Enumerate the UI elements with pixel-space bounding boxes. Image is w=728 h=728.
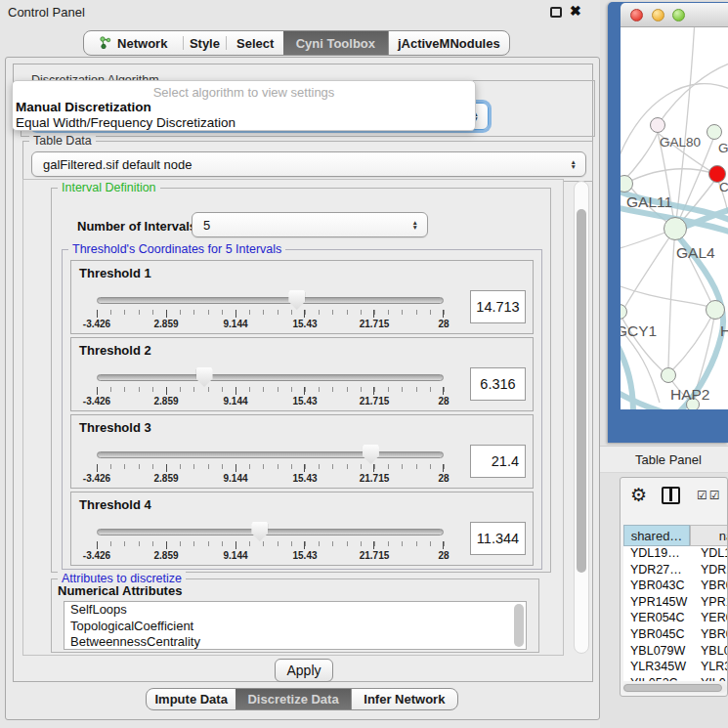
tab-network[interactable]: Network xyxy=(84,31,183,55)
threshold-2-slider[interactable]: -3.4262.8599.14415.4321.71528 xyxy=(97,369,444,408)
table-row[interactable]: YPR145WYPR1 xyxy=(623,595,728,612)
cell[interactable]: YDR27… xyxy=(623,563,690,579)
settings-scrollbar[interactable] xyxy=(574,181,589,654)
control-panel-titlebar: Control Panel ✖ xyxy=(0,0,606,23)
slider-thumb[interactable] xyxy=(288,290,305,310)
cell[interactable]: YIL052C xyxy=(623,676,690,681)
network-node[interactable] xyxy=(706,300,725,320)
tick-label: 28 xyxy=(438,396,449,407)
table-row[interactable]: YBR043CYBR0 xyxy=(623,578,728,595)
table-data-combobox[interactable]: galFiltered.sif default node ▲▼ xyxy=(31,151,586,177)
tab-discretize-data[interactable]: Discretize Data xyxy=(236,689,350,709)
cell[interactable]: YIL0 xyxy=(690,676,728,681)
tab-impute-data[interactable]: Impute Data xyxy=(147,689,236,709)
slider-thumb[interactable] xyxy=(196,367,213,387)
cell[interactable]: YBL0 xyxy=(690,644,728,661)
cell[interactable]: YER054C xyxy=(623,611,690,627)
slider-track[interactable] xyxy=(97,529,444,535)
columns-icon[interactable] xyxy=(662,487,680,504)
table-horizontal-scrollbar[interactable] xyxy=(622,683,727,693)
slider-thumb[interactable] xyxy=(363,445,379,464)
network-window-titlebar[interactable] xyxy=(621,3,728,27)
table-row[interactable]: YBR045CYBR0 xyxy=(623,627,728,644)
tab-cyni-toolbox[interactable]: Cyni Toolbox xyxy=(283,31,388,55)
number-of-intervals-combobox[interactable]: 5 ▲▼ xyxy=(192,212,428,237)
tick-label: 2.859 xyxy=(153,473,178,484)
threshold-2-value-field[interactable]: 6.316 xyxy=(470,367,526,401)
threshold-1-slider[interactable]: -3.4262.8599.14415.4321.71528 xyxy=(97,292,444,331)
network-node[interactable] xyxy=(661,367,676,383)
tab-infer-network-label: Infer Network xyxy=(364,692,445,707)
network-node[interactable] xyxy=(621,175,633,193)
cell[interactable]: YBR0 xyxy=(690,627,728,644)
cell[interactable]: YPR1 xyxy=(690,595,728,612)
checkbox-icons[interactable]: ☑☑ xyxy=(697,489,722,502)
threshold-3-value-field[interactable]: 21.4 xyxy=(470,445,526,478)
column-header-shared-name[interactable]: shared… xyxy=(623,525,690,546)
cell[interactable]: YER0 xyxy=(690,611,728,627)
cell[interactable]: YDR2 xyxy=(690,563,728,579)
tab-network-label: Network xyxy=(117,36,167,51)
cell[interactable]: YBR043C xyxy=(623,578,690,595)
gear-icon[interactable]: ⚙ xyxy=(630,484,647,506)
network-node[interactable] xyxy=(664,217,687,240)
network-node[interactable] xyxy=(707,124,722,140)
list-item[interactable]: BetweennessCentrality xyxy=(64,634,526,650)
tab-infer-network[interactable]: Infer Network xyxy=(351,689,457,709)
threshold-4-value-field[interactable]: 11.344 xyxy=(470,522,526,555)
threshold-1-label: Threshold 1 xyxy=(79,266,151,280)
threshold-4-slider[interactable]: -3.4262.8599.14415.4321.71528 xyxy=(97,524,444,563)
tick-label: 2.859 xyxy=(153,319,178,329)
bottom-tabs: Impute Data Discretize Data Infer Networ… xyxy=(146,688,458,710)
discretization-panel: Discretization Algorithm ▲▼ Table Data g… xyxy=(13,64,593,682)
cell[interactable]: YDL19… xyxy=(623,546,690,563)
table-row[interactable]: YBL079WYBL0 xyxy=(623,644,728,661)
cell[interactable]: YBR0 xyxy=(690,578,728,595)
list-item[interactable]: TopologicalCoefficient xyxy=(64,619,526,635)
numerical-attributes-list[interactable]: SelfLoops TopologicalCoefficient Between… xyxy=(64,601,527,650)
close-icon[interactable]: ✖ xyxy=(570,3,581,19)
float-window-icon[interactable] xyxy=(550,7,562,18)
network-canvas[interactable]: GAL80GACGAL11GAL4GCY1HHAP2 xyxy=(621,27,728,409)
table-row[interactable]: YDL19…YDL1 xyxy=(623,546,728,563)
table-body[interactable]: YDL19…YDL1 YDR27…YDR2 YBR043CYBR0 YPR145… xyxy=(623,546,728,681)
menu-item-manual-discretization[interactable]: Manual Discretization xyxy=(16,100,151,114)
slider-track[interactable] xyxy=(97,451,444,458)
threshold-3-slider[interactable]: -3.4262.8599.14415.4321.71528 xyxy=(97,447,444,486)
scrollbar-thumb[interactable] xyxy=(577,209,586,573)
list-item[interactable]: SelfLoops xyxy=(64,602,526,619)
network-window[interactable]: GAL80GACGAL11GAL4GCY1HHAP2 xyxy=(608,2,728,443)
algorithm-popup-placeholder: Select algorithm to view settings xyxy=(13,85,475,100)
cell[interactable]: YLR345W xyxy=(623,660,690,676)
menu-item-equal-width-frequency[interactable]: Equal Width/Frequency Discretization xyxy=(16,115,236,130)
network-node[interactable] xyxy=(650,117,665,133)
scrollbar-thumb[interactable] xyxy=(623,684,722,692)
table-row[interactable]: YLR345WYLR3 xyxy=(623,660,728,676)
column-header-name[interactable]: na xyxy=(690,525,728,546)
cell[interactable]: YBL079W xyxy=(623,644,690,661)
table-row[interactable]: YDR27…YDR2 xyxy=(623,563,728,579)
network-node-label: C xyxy=(719,180,728,194)
cell[interactable]: YLR3 xyxy=(690,660,728,676)
network-node[interactable] xyxy=(621,304,627,320)
cell[interactable]: YBR045C xyxy=(623,627,690,644)
zoom-traffic-light-icon[interactable] xyxy=(672,9,685,21)
cell[interactable]: YDL1 xyxy=(690,546,728,563)
slider-track[interactable] xyxy=(97,374,444,381)
cell[interactable]: YPR145W xyxy=(623,595,690,612)
minimize-traffic-light-icon[interactable] xyxy=(652,9,664,21)
table-row[interactable]: YIL052CYIL0 xyxy=(623,676,728,681)
tab-select[interactable]: Select xyxy=(227,31,283,55)
table-data-group-label: Table Data xyxy=(29,134,96,148)
tab-jactivemnodules[interactable]: jActiveMNodules xyxy=(388,31,509,55)
slider-track[interactable] xyxy=(97,297,444,304)
apply-button[interactable]: Apply xyxy=(275,659,333,682)
table-row[interactable]: YER054CYER0 xyxy=(623,611,728,627)
slider-thumb[interactable] xyxy=(251,522,268,541)
close-traffic-light-icon[interactable] xyxy=(630,9,643,21)
table-header-row: shared… na xyxy=(623,525,728,546)
list-scrollbar[interactable] xyxy=(514,604,524,647)
tab-style[interactable]: Style xyxy=(184,31,227,55)
threshold-1-value-field[interactable]: 14.713 xyxy=(470,290,526,323)
tick-label: 15.43 xyxy=(292,550,317,561)
